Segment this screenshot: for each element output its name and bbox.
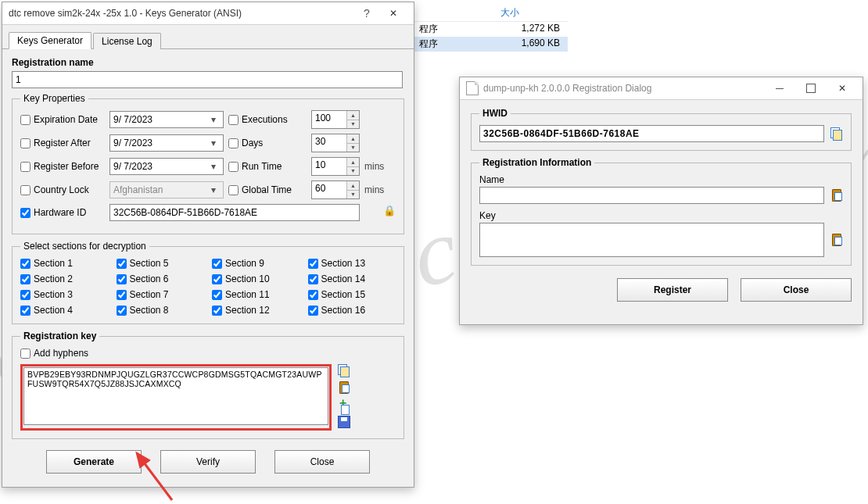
section-checkbox[interactable]: Section 11 — [212, 289, 300, 300]
global-time-spinner[interactable]: 60▲▼ — [311, 181, 360, 199]
copy-icon[interactable] — [338, 364, 350, 377]
section-checkbox[interactable]: Section 15 — [308, 289, 396, 300]
chevron-down-icon[interactable]: ▾ — [207, 184, 220, 195]
add-hyphens-checkbox[interactable] — [20, 349, 30, 359]
expiration-date-picker[interactable]: 9/ 7/2023▾ — [109, 111, 224, 128]
section-checkbox-input[interactable] — [117, 306, 127, 316]
section-checkbox[interactable]: Section 4 — [20, 305, 109, 316]
tab-license-log[interactable]: License Log — [93, 33, 161, 49]
section-checkbox[interactable]: Section 1 — [20, 258, 109, 269]
executions-checkbox[interactable] — [228, 115, 239, 125]
section-checkbox[interactable]: Section 5 — [117, 258, 205, 269]
titlebar[interactable]: dump-unp-kh 2.0.0.0 Registration Dialog — [460, 77, 863, 100]
paste-icon[interactable] — [830, 234, 843, 246]
maximize-icon[interactable] — [795, 79, 827, 98]
save-icon[interactable] — [338, 416, 350, 428]
chevron-down-icon[interactable]: ▾ — [207, 161, 220, 172]
tab-keys-generator[interactable]: Keys Generator — [9, 32, 91, 49]
file-type-cell: 程序 — [414, 38, 497, 51]
spinner-up-icon[interactable]: ▲ — [346, 134, 359, 144]
section-checkbox-input[interactable] — [117, 290, 127, 300]
register-before-checkbox[interactable] — [20, 162, 30, 172]
country-lock-select[interactable]: Afghanistan▾ — [109, 181, 224, 198]
run-time-checkbox[interactable] — [228, 162, 239, 172]
hardware-id-checkbox[interactable] — [20, 208, 30, 218]
section-checkbox-input[interactable] — [20, 290, 30, 300]
close-button[interactable]: Close — [274, 450, 370, 474]
sections-group: Select sections for decryption Section 1… — [12, 241, 404, 324]
table-header-size[interactable]: 大小 — [414, 6, 527, 20]
titlebar[interactable]: dtc remove sim2k-24x -25x 1.0 - Keys Gen… — [2, 2, 414, 25]
days-spinner[interactable]: 30▲▼ — [311, 134, 360, 152]
section-checkbox[interactable]: Section 13 — [308, 258, 396, 269]
copy-icon[interactable] — [830, 127, 843, 140]
section-checkbox-input[interactable] — [308, 274, 318, 284]
section-checkbox[interactable]: Section 8 — [117, 305, 205, 316]
table-row[interactable]: 程序 1,272 KB — [414, 22, 568, 37]
spinner-down-icon[interactable]: ▼ — [346, 191, 359, 199]
section-checkbox-input[interactable] — [20, 259, 30, 269]
spinner-up-icon[interactable]: ▲ — [346, 158, 359, 167]
section-checkbox[interactable]: Section 7 — [117, 289, 205, 300]
date-value: 9/ 7/2023 — [113, 114, 207, 125]
spinner-down-icon[interactable]: ▼ — [346, 120, 359, 129]
sections-legend: Select sections for decryption — [20, 241, 149, 252]
section-checkbox[interactable]: Section 6 — [117, 273, 205, 284]
register-before-date-picker[interactable]: 9/ 7/2023▾ — [109, 158, 224, 175]
registration-key-group: Registration key Add hyphens — [12, 331, 404, 439]
section-checkbox[interactable]: Section 3 — [20, 289, 109, 300]
register-after-checkbox[interactable] — [20, 138, 30, 148]
registration-name-input[interactable] — [12, 71, 403, 88]
help-button[interactable]: ? — [356, 7, 378, 20]
section-checkbox-input[interactable] — [117, 274, 127, 284]
hardware-id-input[interactable] — [109, 204, 360, 221]
section-checkbox-input[interactable] — [212, 274, 222, 284]
section-checkbox[interactable]: Section 9 — [212, 258, 300, 269]
global-time-checkbox[interactable] — [228, 185, 239, 195]
spinner-down-icon[interactable]: ▼ — [346, 167, 359, 176]
section-checkbox[interactable]: Section 16 — [308, 305, 396, 316]
section-checkbox[interactable]: Section 10 — [212, 273, 300, 284]
run-time-spinner[interactable]: 10▲▼ — [311, 157, 360, 176]
lock-icon[interactable] — [383, 206, 396, 219]
days-checkbox[interactable] — [228, 138, 239, 148]
section-checkbox-input[interactable] — [212, 259, 222, 269]
register-button[interactable]: Register — [617, 278, 728, 302]
section-checkbox-input[interactable] — [212, 306, 222, 316]
section-checkbox[interactable]: Section 12 — [212, 305, 300, 316]
minimize-icon[interactable] — [764, 79, 795, 98]
chevron-down-icon[interactable]: ▾ — [207, 138, 220, 148]
expiration-date-checkbox[interactable] — [20, 115, 30, 125]
close-icon[interactable] — [827, 79, 858, 98]
spinner-up-icon[interactable]: ▲ — [346, 111, 359, 120]
section-checkbox[interactable]: Section 2 — [20, 273, 109, 284]
registration-dialog-window: dump-unp-kh 2.0.0.0 Registration Dialog … — [459, 77, 863, 325]
spinner-down-icon[interactable]: ▼ — [346, 144, 359, 152]
spinner-up-icon[interactable]: ▲ — [346, 181, 359, 191]
section-checkbox[interactable]: Section 14 — [308, 273, 396, 284]
country-lock-checkbox[interactable] — [20, 185, 30, 195]
register-after-date-picker[interactable]: 9/ 7/2023▾ — [109, 134, 224, 152]
section-checkbox-input[interactable] — [212, 290, 222, 300]
close-icon[interactable] — [378, 4, 409, 23]
registration-key-output[interactable] — [23, 367, 328, 425]
window-title: dtc remove sim2k-24x -25x 1.0 - Keys Gen… — [9, 8, 356, 19]
section-checkbox-input[interactable] — [117, 259, 127, 269]
paste-icon[interactable] — [338, 381, 350, 394]
add-icon[interactable] — [338, 399, 350, 411]
section-checkbox-input[interactable] — [20, 274, 30, 284]
section-checkbox-input[interactable] — [308, 306, 318, 316]
paste-icon[interactable] — [830, 189, 843, 202]
verify-button[interactable]: Verify — [160, 450, 256, 474]
key-input[interactable] — [479, 223, 824, 257]
chevron-down-icon[interactable]: ▾ — [207, 114, 220, 125]
section-checkbox-input[interactable] — [308, 290, 318, 300]
table-row[interactable]: 程序 1,690 KB — [414, 37, 568, 52]
hwid-field[interactable] — [479, 125, 824, 142]
executions-spinner[interactable]: 100▲▼ — [311, 110, 360, 129]
generate-button[interactable]: Generate — [46, 450, 142, 474]
section-checkbox-input[interactable] — [308, 259, 318, 269]
name-input[interactable] — [479, 187, 824, 204]
section-checkbox-input[interactable] — [20, 306, 30, 316]
close-button[interactable]: Close — [741, 278, 852, 302]
